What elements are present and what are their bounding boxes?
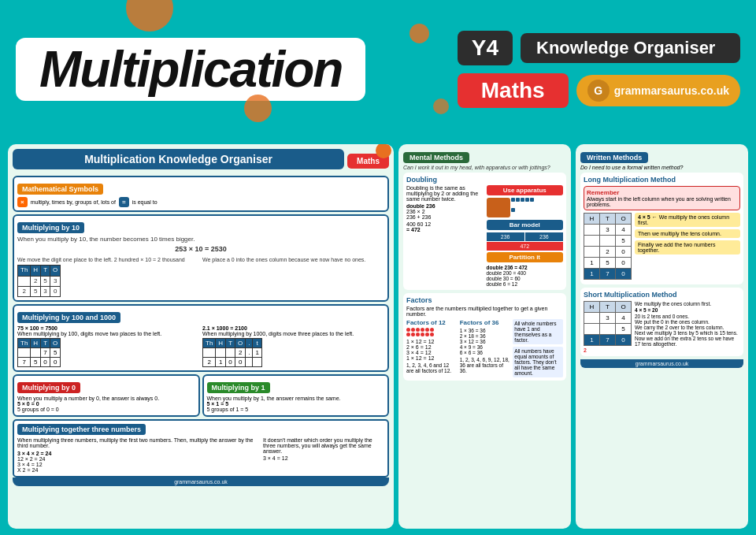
factors-12-list: 1 × 12 = 12 2 × 6 = 12 3 × 4 = 12 1 × 12… (406, 339, 457, 361)
short-mult-desc4: We carry the 2 over to the tens column. (635, 325, 740, 330)
partition-desc: double 200 = 400 double 30 = 60 double 6… (487, 270, 564, 287)
multiply-0-title: Multiplying by 0 (17, 382, 80, 393)
apparatus-block (487, 198, 510, 217)
partition-tag: Partition it (487, 252, 564, 262)
multiply-10-left-box: We move the digit one place to the left.… (17, 256, 199, 297)
three-numbers-note: It doesn't matter which order you multip… (263, 437, 384, 454)
math-symbols-title: Mathematical Symbols (17, 184, 103, 195)
doubling-left: Doubling is the same as multiplying by 2… (406, 185, 484, 287)
factors-section: Factors Factors are the numbers multipli… (403, 293, 566, 381)
mental-methods-header: Mental Methods (403, 152, 469, 163)
multiply-10-tables: We move the digit one place to the left.… (17, 256, 384, 297)
header: Multiplication Y4 Knowledge Organiser Ma… (0, 0, 756, 138)
left-panel: Multiplication Knowledge Organiser Maths… (8, 144, 394, 529)
multiply-0-desc: When you multiply a number by 0, the ans… (17, 396, 195, 401)
main-content: Multiplication Knowledge Organiser Maths… (0, 138, 756, 535)
written-footer: grammarsaurus.co.uk (580, 359, 743, 368)
remember-title: Remember (587, 189, 737, 196)
multiply-10-right-box: We place a 0 into the ones column becaus… (202, 256, 384, 297)
doubling-section: Doubling Doubling is the same as multipl… (403, 173, 566, 290)
ko-header-row: Multiplication Knowledge Organiser Maths (13, 149, 389, 173)
title-box: Multiplication (16, 38, 365, 101)
website-label: grammarsaurus.co.uk (614, 84, 729, 97)
long-mult-table-area: HTO 34 5 20 150 170 (584, 213, 632, 281)
multiply-10-note1: We move the digit one place to the left.… (17, 256, 199, 263)
multiply-100-section: Multiplying by 100 and 1000 75 × 100 = 7… (13, 304, 389, 372)
multiply-10-desc: When you multiply by 10, the number beco… (17, 236, 384, 243)
multiply-1-desc: When you multiply by 1, the answer remai… (207, 396, 385, 401)
left-footer-website: grammarsaurus.co.uk (174, 479, 228, 485)
left-panel-footer: grammarsaurus.co.uk (13, 477, 389, 486)
multiply-10-grid-1: ThHTO 253 2530 (17, 265, 61, 297)
doubling-step1: 236 × 2 (406, 209, 484, 214)
multiply-100-body: 75 × 100 = 7500 When multiplying by 100,… (17, 325, 384, 367)
three-num-ex1: 3 × 4 × 2 = 24 (17, 451, 260, 456)
factors-12-note: 1, 2, 3, 4, 6 and 12 are all factors of … (406, 362, 457, 373)
multiply-10-section: Multiplying by 10 When you multiply by 1… (13, 214, 389, 302)
long-mult-steps: 4 × 5 ← We multiply the ones column firs… (635, 213, 740, 256)
partition-section: Partition it double 236 = 472 double 200… (487, 252, 564, 287)
multiply-0-1-row: Multiplying by 0 When you multiply a num… (13, 374, 389, 417)
multiply-symbol: × (17, 197, 28, 207)
three-numbers-right: It doesn't matter which order you multip… (263, 437, 384, 473)
three-num-ex4: X 2 = 24 (17, 467, 260, 473)
remember-text: Always start in the left column when you… (587, 196, 737, 207)
factors-notes-col: All whole numbers have 1 and themselves … (513, 319, 563, 377)
three-numbers-desc: When multiplying three numbers, multiply… (17, 437, 260, 448)
long-mult-section: Long Multiplication Method Remember Alwa… (580, 173, 743, 284)
page-title: Multiplication (39, 41, 342, 98)
mental-methods-panel: Mental Methods Can I work it out in my h… (398, 144, 571, 529)
three-numbers-title: Multiplying together three numbers (17, 424, 146, 435)
step-2-note: Then we multiply the tens column. (635, 229, 740, 238)
multiply-0-ex2: 5 groups of 0 = 0 (17, 407, 195, 412)
multiply-100-title: Multiplying by 100 and 1000 (17, 312, 120, 323)
short-mult-calc1: 4 × 5 = 20 (635, 307, 740, 313)
multiply-0-body: When you multiply a number by 0, the ans… (17, 396, 195, 412)
right-top-row: Mental Methods Can I work it out in my h… (398, 144, 748, 529)
doubling-step2: 236 + 236 (406, 214, 484, 220)
written-methods-header: Written Methods (580, 152, 648, 163)
three-num-ex5: 3 × 4 = 12 (263, 455, 384, 461)
ko-badge: Knowledge Organiser (521, 33, 740, 63)
apparatus-tag: Use apparatus (487, 185, 564, 195)
multiply-10-title: Multiplying by 10 (17, 222, 84, 233)
apparatus-visual (487, 198, 564, 217)
short-mult-desc3: We put the 0 in the ones column. (635, 319, 740, 325)
grammar-logo: G (587, 80, 610, 102)
short-mult-desc5: Next we multiply 3 tens by 5 which is 15… (635, 330, 740, 347)
multiply-100-grid: ThHTO 75 7500 (17, 338, 61, 367)
multiply-10-body: When you multiply by 10, the number beco… (17, 236, 384, 297)
mental-methods-subtitle: Can I work it out in my head, with appar… (403, 165, 566, 170)
doubling-title: Doubling (406, 176, 563, 184)
long-mult-content: HTO 34 5 20 150 170 4 × 5 (584, 213, 740, 281)
apparatus-dots (511, 198, 535, 217)
doubling-right: Use apparatus (487, 185, 564, 287)
decor-circle-1 (126, 0, 173, 32)
factors-title: Factors (406, 296, 563, 304)
doubling-result: = 472 (406, 227, 484, 232)
factor-note2: All numbers have equal amounts of factor… (513, 347, 563, 377)
partition-content: double 236 = 472 double 200 = 400 double… (487, 265, 564, 287)
multiply-1000-ex2: 2.1 × 1000 = 2100 (202, 325, 384, 331)
right-panels: Mental Methods Can I work it out in my h… (398, 144, 748, 529)
multiply-100-ex1: 75 × 100 = 7500 (17, 325, 199, 331)
three-numbers-examples: 3 × 4 × 2 = 24 12 × 2 = 24 3 × 4 = 12 X … (17, 451, 260, 473)
three-num-ex3: 3 × 4 = 12 (17, 462, 260, 467)
bar-total: 472 (487, 242, 564, 251)
multiply-0-ex1: 5 × 0 = 0 (17, 401, 195, 407)
factor-dots-12 (406, 328, 435, 336)
multiply-10-example: 253 × 10 = 2530 (17, 245, 384, 254)
factors-36-col: Factors of 36 1 × 36 = 36 2 × 18 = 36 3 … (460, 319, 510, 377)
factors-36-note: 1, 2, 3, 4, 6, 9, 12, 18, 36 are all fac… (460, 357, 510, 373)
bar-model-tag: Bar model (487, 220, 564, 230)
multiply-100-desc1: When multiplying by 100, digits move two… (17, 331, 199, 336)
doubling-desc: Doubling is the same as multiplying by 2… (406, 185, 484, 202)
long-mult-title: Long Multiplication Method (584, 176, 740, 184)
three-numbers-section: Multiplying together three numbers When … (13, 419, 389, 477)
short-mult-carry: 2 (584, 347, 632, 353)
short-mult-steps: We multiply the ones column first. 4 × 5… (635, 301, 740, 353)
factors-12-col: Factors of 12 (406, 319, 457, 377)
short-mult-table: HTO 34 5 170 (584, 301, 632, 346)
factors-36-list: 1 × 36 = 36 2 × 18 = 36 3 × 12 = 36 4 × … (460, 328, 510, 355)
multiply-10-note2: We place a 0 into the ones column becaus… (202, 256, 384, 263)
